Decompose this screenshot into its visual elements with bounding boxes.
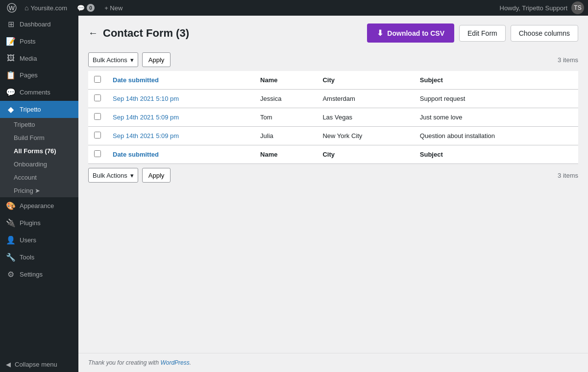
page-title-area: ← Contact Form (3) <box>88 27 359 40</box>
bulk-actions-bottom[interactable]: Bulk Actions ▾ <box>88 168 138 183</box>
dashboard-icon: ⊞ <box>6 20 16 29</box>
submenu-item-account[interactable]: Account <box>0 171 78 184</box>
sidebar-item-dashboard[interactable]: ⊞ Dashboard <box>0 16 78 33</box>
edit-form-button[interactable]: Edit Form <box>459 25 506 42</box>
tablenav-top: Bulk Actions ▾ Apply 3 items <box>88 52 578 67</box>
footer-name: Name <box>254 145 317 164</box>
site-name-item[interactable]: ⌂ Yoursite.com <box>20 0 72 16</box>
row-select-0[interactable] <box>94 94 101 101</box>
items-count-top: 3 items <box>558 56 578 64</box>
select-all-bottom-checkbox[interactable] <box>94 150 101 157</box>
submenu-item-tripetto[interactable]: Tripetto <box>0 118 78 131</box>
header-subject: Subject <box>414 71 578 90</box>
tools-icon: 🔧 <box>6 253 16 262</box>
apply-bottom-button[interactable]: Apply <box>142 168 171 183</box>
back-button[interactable]: ← <box>88 27 98 39</box>
sidebar-item-tripetto[interactable]: ◆ Tripetto <box>0 101 78 118</box>
download-icon: ⬇ <box>377 28 383 38</box>
collapse-menu[interactable]: ◀ Collapse menu <box>0 357 78 372</box>
howdy-text: Howdy, Tripetto Support <box>500 4 568 12</box>
wrap: ← Contact Form (3) ⬇ Download to CSV Edi… <box>78 16 588 353</box>
submenu-label-account: Account <box>14 174 37 181</box>
admin-bar: W ⌂ Yoursite.com 💬 0 + New Howdy, Tripet… <box>0 0 588 16</box>
submenu-label-pricing: Pricing ➤ <box>14 187 40 194</box>
page-title: Contact Form (3) <box>103 27 189 40</box>
wp-logo[interactable]: W <box>4 0 20 16</box>
new-item[interactable]: + New <box>99 0 127 16</box>
row-date-link-0[interactable]: Sep 14th 2021 5:10 pm <box>113 95 179 102</box>
header-actions: ⬇ Download to CSV Edit Form Choose colum… <box>367 23 578 43</box>
submenu-label-tripetto: Tripetto <box>14 121 35 128</box>
sidebar-label-appearance: Appearance <box>20 202 54 209</box>
bulk-actions-bottom-chevron: ▾ <box>130 172 134 179</box>
main-content: ← Contact Form (3) ⬇ Download to CSV Edi… <box>78 16 588 372</box>
collapse-icon: ◀ <box>6 361 11 368</box>
items-count-bottom: 3 items <box>558 172 578 179</box>
row-subject-2: Question about installation <box>414 127 578 145</box>
svg-text:W: W <box>9 4 15 12</box>
media-icon: 🖼 <box>6 54 16 63</box>
plugins-icon: 🔌 <box>6 218 16 228</box>
footer-suffix: . <box>190 359 191 366</box>
sidebar-label-media: Media <box>20 55 37 62</box>
footer-city: City <box>317 145 414 164</box>
row-date-1: Sep 14th 2021 5:09 pm <box>107 108 254 127</box>
sidebar-item-media[interactable]: 🖼 Media <box>0 50 78 67</box>
date-header-link[interactable]: Date submitted <box>113 76 159 84</box>
avatar[interactable]: TS <box>571 1 584 14</box>
row-select-1[interactable] <box>94 113 101 120</box>
table-row: Sep 14th 2021 5:09 pm Julia New York Cit… <box>88 127 578 145</box>
footer-wp-link[interactable]: WordPress <box>160 359 189 366</box>
collapse-label: Collapse menu <box>15 361 57 368</box>
sidebar: ⊞ Dashboard 📝 Posts 🖼 Media 📋 Pages 💬 Co… <box>0 16 78 372</box>
appearance-icon: 🎨 <box>6 201 16 210</box>
bulk-actions-top[interactable]: Bulk Actions ▾ <box>88 52 138 67</box>
submenu-item-pricing[interactable]: Pricing ➤ <box>0 184 78 197</box>
row-name-0: Jessica <box>254 90 317 108</box>
page-header: ← Contact Form (3) ⬇ Download to CSV Edi… <box>88 23 578 43</box>
sidebar-item-users[interactable]: 👤 Users <box>0 232 78 249</box>
site-name: Yoursite.com <box>30 4 67 12</box>
date-footer-link[interactable]: Date submitted <box>113 151 159 158</box>
table-footer-row: Date submitted Name City Subject <box>88 145 578 164</box>
sidebar-item-settings[interactable]: ⚙ Settings <box>0 266 78 283</box>
header-checkbox-col <box>88 71 107 90</box>
submenu-item-build-form[interactable]: Build Form <box>0 131 78 144</box>
submenu-item-onboarding[interactable]: Onboarding <box>0 158 78 171</box>
apply-top-button[interactable]: Apply <box>142 52 171 67</box>
page-footer: Thank you for creating with WordPress. <box>78 353 588 372</box>
settings-icon: ⚙ <box>6 270 16 279</box>
footer-text: Thank you for creating with <box>88 359 160 366</box>
tablenav-bottom: Bulk Actions ▾ Apply 3 items <box>88 168 578 183</box>
row-city-0: Amsterdam <box>317 90 414 108</box>
sidebar-item-appearance[interactable]: 🎨 Appearance <box>0 197 78 214</box>
sidebar-label-tools: Tools <box>20 254 34 261</box>
choose-columns-button[interactable]: Choose columns <box>511 25 578 42</box>
submissions-table: Date submitted Name City Subject Sep 14t… <box>88 71 578 164</box>
select-all-top-checkbox[interactable] <box>94 76 101 83</box>
sidebar-item-plugins[interactable]: 🔌 Plugins <box>0 214 78 232</box>
sidebar-item-pages[interactable]: 📋 Pages <box>0 67 78 84</box>
sidebar-item-comments[interactable]: 💬 Comments <box>0 84 78 101</box>
header-date: Date submitted <box>107 71 254 90</box>
submenu-label-build-form: Build Form <box>14 134 45 141</box>
row-select-2[interactable] <box>94 132 101 139</box>
table-row: Sep 14th 2021 5:10 pm Jessica Amsterdam … <box>88 90 578 108</box>
users-icon: 👤 <box>6 235 16 245</box>
row-date-link-1[interactable]: Sep 14th 2021 5:09 pm <box>113 114 179 121</box>
sidebar-item-posts[interactable]: 📝 Posts <box>0 33 78 50</box>
submenu-item-all-forms[interactable]: All Forms (76) <box>0 144 78 158</box>
download-csv-button[interactable]: ⬇ Download to CSV <box>367 23 454 43</box>
submenu-tripetto: Tripetto Build Form All Forms (76) Onboa… <box>0 118 78 197</box>
tripetto-icon: ◆ <box>6 105 16 114</box>
header-city: City <box>317 71 414 90</box>
sidebar-label-dashboard: Dashboard <box>20 21 51 28</box>
footer-checkbox-col <box>88 145 107 164</box>
bulk-actions-bottom-label: Bulk Actions <box>93 172 127 179</box>
comments-item[interactable]: 💬 0 <box>72 0 99 16</box>
posts-icon: 📝 <box>6 37 16 46</box>
row-subject-1: Just some love <box>414 108 578 127</box>
sidebar-item-tools[interactable]: 🔧 Tools <box>0 249 78 266</box>
comments-count: 0 <box>87 4 95 12</box>
row-date-link-2[interactable]: Sep 14th 2021 5:09 pm <box>113 132 179 140</box>
